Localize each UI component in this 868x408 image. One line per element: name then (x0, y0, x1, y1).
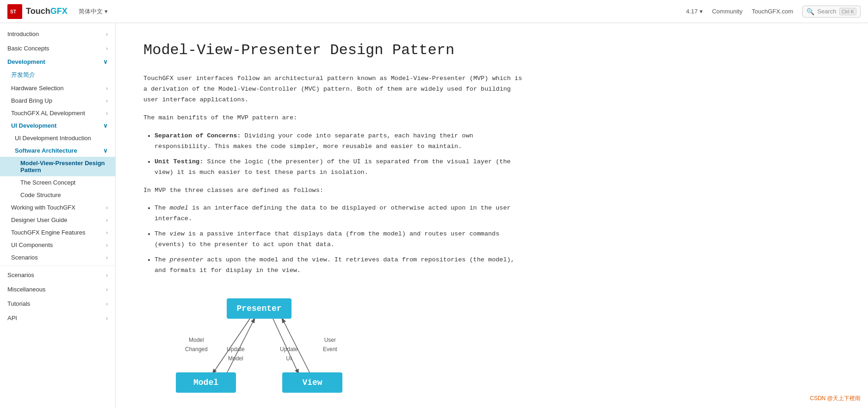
sidebar-item-dev-intro[interactable]: 开发简介 (0, 68, 115, 82)
sidebar-item-scenarios[interactable]: Scenarios › (0, 268, 115, 282)
sidebar-label-engine-features: TouchGFX Engine Features (11, 229, 85, 236)
label-model-changed-top: Model (189, 337, 204, 343)
sidebar-item-tutorials[interactable]: Tutorials › (0, 297, 115, 311)
class-model: The model is an interface defining the d… (155, 203, 523, 224)
sidebar-item-hardware-selection[interactable]: Hardware Selection › (0, 82, 115, 94)
label-user-event: User Event (323, 335, 337, 354)
st-logo-icon: ST (7, 4, 22, 19)
chevron-right-icon: › (106, 31, 108, 37)
chevron-right-icon: › (106, 85, 108, 92)
version-selector[interactable]: 4.17 ▾ (686, 8, 703, 15)
sidebar-label-ui-dev-intro: UI Development Introduction (15, 135, 91, 142)
label-update-ui: Update UI (280, 345, 298, 364)
label-user-event-top: User (324, 337, 336, 343)
benefit-2-text: Since the logic (the presenter) of the U… (155, 158, 511, 176)
view-label: View (302, 376, 322, 390)
sidebar-label-hardware-selection: Hardware Selection (11, 85, 63, 92)
sidebar-label-al-dev: TouchGFX AL Development (11, 110, 85, 117)
sidebar-item-code-structure[interactable]: Code Structure (0, 189, 115, 201)
sidebar-label-mvp-pattern: Model-View-Presenter Design Pattern (20, 160, 105, 173)
version-label: 4.17 (686, 8, 698, 15)
language-selector[interactable]: 简体中文 ▾ (79, 7, 108, 16)
chevron-right-icon: › (106, 204, 108, 211)
presenter-box: Presenter (227, 298, 291, 319)
sidebar-item-development[interactable]: Development ∨ (0, 56, 115, 68)
class-model-italic: model (169, 204, 188, 211)
label-update-model-top: Update (227, 346, 245, 352)
benefit-2: Unit Testing: Since the logic (the prese… (155, 157, 523, 178)
community-link[interactable]: Community (712, 8, 743, 15)
sidebar-item-ui-dev-intro[interactable]: UI Development Introduction (0, 132, 115, 144)
sidebar-item-ui-development[interactable]: UI Development ∨ (0, 119, 115, 132)
chevron-right-icon: › (106, 229, 108, 236)
sidebar-item-mvp-pattern[interactable]: Model-View-Presenter Design Pattern (0, 157, 115, 176)
search-bar[interactable]: 🔍 Search Ctrl K (802, 6, 861, 18)
class-model-text: is an interface defining the data to be … (155, 204, 511, 222)
sidebar-item-engine-features[interactable]: TouchGFX Engine Features › (0, 226, 115, 239)
sidebar-label-software-architecture: Software Architecture (15, 147, 77, 154)
sidebar: Introduction › Basic Concepts › Developm… (0, 23, 116, 408)
label-update-model-bottom: Model (228, 355, 243, 362)
label-model-changed-bottom: Changed (185, 346, 208, 352)
sidebar-item-screen-concept[interactable]: The Screen Concept (0, 176, 115, 189)
header-right: 4.17 ▾ Community TouchGFX.com 🔍 Search C… (686, 6, 861, 18)
sidebar-label-miscellaneous: Miscellaneous (7, 286, 106, 293)
class-view-text: is a passive interface that displays dat… (155, 230, 499, 248)
paragraph-1: TouchGFX user interfaces follow an archi… (143, 74, 523, 105)
sidebar-item-introduction[interactable]: Introduction › (0, 27, 115, 41)
chevron-right-icon: › (106, 254, 108, 261)
paragraph-3: In MVP the three classes are defined as … (143, 185, 523, 196)
chevron-right-icon: › (106, 242, 108, 248)
class-presenter: The presenter acts upon the model and th… (155, 255, 523, 276)
sidebar-item-ui-components[interactable]: UI Components › (0, 239, 115, 251)
sidebar-item-board-bring-up[interactable]: Board Bring Up › (0, 94, 115, 107)
sidebar-label-board-bring-up: Board Bring Up (11, 97, 52, 104)
class-view: The view is a passive interface that dis… (155, 229, 523, 250)
sidebar-item-designer-guide[interactable]: Designer User Guide › (0, 214, 115, 226)
sidebar-label-designer-guide: Designer User Guide (11, 216, 67, 223)
search-keyboard-shortcut: Ctrl K (839, 8, 857, 15)
site-link[interactable]: TouchGFX.com (752, 8, 794, 15)
sidebar-item-basic-concepts[interactable]: Basic Concepts › (0, 41, 115, 56)
sidebar-label-api: API (7, 315, 106, 321)
svg-text:ST: ST (10, 9, 16, 14)
page-title: Model-View-Presenter Design Pattern (143, 42, 840, 59)
label-update-ui-bottom: UI (286, 355, 291, 362)
sidebar-item-working-with[interactable]: Working with TouchGFX › (0, 201, 115, 214)
content-body: TouchGFX user interfaces follow an archi… (143, 74, 523, 400)
sidebar-item-scenarios-sub[interactable]: Scenarios › (0, 251, 115, 264)
watermark: CSDN @天上下橙雨 (810, 395, 861, 402)
main-content: Model-View-Presenter Design Pattern Touc… (116, 23, 868, 408)
class-presenter-italic: presenter (169, 256, 203, 263)
chevron-right-icon: › (106, 272, 108, 278)
logo-text: TouchGFX (26, 6, 68, 16)
class-presenter-text: acts upon the model and the view. It ret… (155, 256, 515, 274)
sidebar-item-api[interactable]: API › (0, 311, 115, 325)
version-chevron: ▾ (700, 8, 703, 15)
sidebar-label-scenarios: Scenarios (7, 272, 106, 278)
logo[interactable]: ST TouchGFX (7, 4, 68, 19)
class-model-prefix: The (155, 204, 169, 211)
sidebar-label-code-structure: Code Structure (20, 192, 61, 198)
search-text: Search (817, 8, 836, 15)
class-view-prefix: The (155, 230, 169, 237)
sidebar-label-tutorials: Tutorials (7, 300, 106, 307)
benefits-list: Separation of Concerns: Dividing your co… (155, 131, 523, 178)
model-box: Model (176, 372, 236, 393)
chevron-right-icon: › (106, 301, 108, 307)
chevron-right-icon: › (106, 315, 108, 321)
sidebar-item-al-dev[interactable]: TouchGFX AL Development › (0, 107, 115, 119)
search-icon: 🔍 (806, 8, 814, 15)
sidebar-label-scenarios-sub: Scenarios (11, 254, 38, 261)
diagram-container: Presenter Model View Model Changed (162, 298, 356, 400)
sidebar-item-software-architecture[interactable]: Software Architecture ∨ (0, 144, 115, 157)
chevron-right-icon: › (106, 286, 108, 293)
sidebar-label-ui-development: UI Development (11, 122, 56, 129)
label-user-event-bottom: Event (323, 346, 337, 352)
language-label: 简体中文 (79, 7, 103, 16)
mvp-diagram: Presenter Model View Model Changed (143, 291, 375, 400)
sidebar-label-development: Development (7, 58, 45, 65)
chevron-right-icon: › (106, 45, 108, 52)
paragraph-2: The main benifits of the MVP pattern are… (143, 113, 523, 124)
sidebar-item-miscellaneous[interactable]: Miscellaneous › (0, 282, 115, 297)
